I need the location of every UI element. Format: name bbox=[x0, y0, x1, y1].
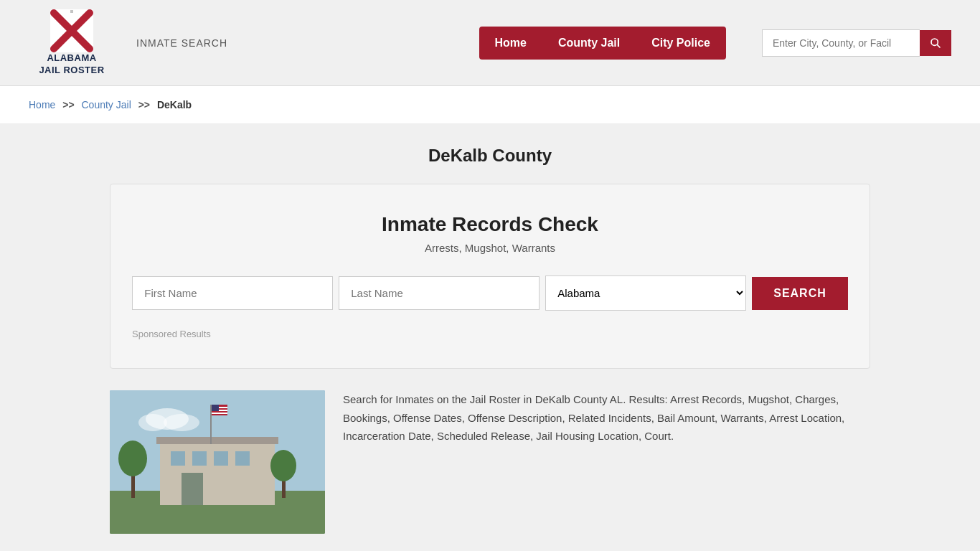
svg-rect-17 bbox=[182, 473, 203, 505]
svg-line-6 bbox=[937, 44, 940, 47]
svg-rect-16 bbox=[235, 451, 250, 466]
logo-line2: JAIL ROSTER bbox=[39, 65, 104, 75]
logo-text: ALABAMA JAIL ROSTER bbox=[39, 52, 104, 77]
svg-rect-14 bbox=[192, 451, 207, 466]
site-header: ALABAMA JAIL ROSTER INMATE SEARCH Home C… bbox=[0, 0, 980, 86]
inmate-search-button[interactable]: SEARCH bbox=[752, 277, 848, 310]
records-check-box: Inmate Records Check Arrests, Mugshot, W… bbox=[110, 184, 870, 369]
logo-line1: ALABAMA bbox=[47, 52, 96, 63]
svg-rect-23 bbox=[212, 413, 227, 414]
breadcrumb-sep2: >> bbox=[138, 99, 150, 110]
svg-rect-19 bbox=[210, 405, 212, 444]
bottom-section: Search for Inmates on the Jail Roster in… bbox=[110, 390, 870, 534]
nav-county-jail-button[interactable]: County Jail bbox=[542, 27, 636, 60]
description-text: Search for Inmates on the Jail Roster in… bbox=[343, 390, 870, 446]
svg-point-26 bbox=[118, 441, 147, 476]
last-name-input[interactable] bbox=[339, 276, 540, 310]
state-select[interactable]: Alabama Alaska Arizona Arkansas Californ… bbox=[545, 276, 746, 311]
svg-rect-24 bbox=[212, 405, 219, 411]
header-search-area bbox=[762, 29, 951, 57]
breadcrumb-home-link[interactable]: Home bbox=[29, 99, 55, 110]
jail-image bbox=[110, 390, 325, 534]
svg-point-9 bbox=[138, 414, 167, 431]
logo-icon bbox=[50, 9, 93, 52]
header-search-input[interactable] bbox=[762, 29, 920, 57]
nav-home-button[interactable]: Home bbox=[479, 27, 542, 60]
first-name-input[interactable] bbox=[132, 276, 333, 310]
jail-building-svg bbox=[110, 390, 325, 534]
header-search-button[interactable] bbox=[920, 30, 951, 56]
svg-rect-12 bbox=[160, 441, 275, 505]
nav-city-police-button[interactable]: City Police bbox=[636, 27, 726, 60]
sponsored-label: Sponsored Results bbox=[132, 329, 848, 339]
svg-rect-18 bbox=[156, 437, 278, 444]
svg-point-28 bbox=[270, 450, 296, 481]
main-content: DeKalb County Inmate Records Check Arres… bbox=[95, 146, 885, 534]
inmate-search-form: Alabama Alaska Arizona Arkansas Californ… bbox=[132, 276, 848, 311]
page-title: DeKalb County bbox=[110, 146, 870, 166]
logo-area: ALABAMA JAIL ROSTER bbox=[29, 9, 115, 77]
records-check-subtitle: Arrests, Mugshot, Warrants bbox=[132, 242, 848, 254]
breadcrumb: Home >> County Jail >> DeKalb bbox=[0, 86, 980, 124]
breadcrumb-sep1: >> bbox=[62, 99, 74, 110]
breadcrumb-county-jail-link[interactable]: County Jail bbox=[82, 99, 131, 110]
inmate-search-label: INMATE SEARCH bbox=[136, 37, 227, 49]
breadcrumb-current: DeKalb bbox=[157, 99, 192, 110]
search-icon bbox=[930, 37, 941, 49]
records-check-title: Inmate Records Check bbox=[132, 213, 848, 236]
svg-rect-13 bbox=[171, 451, 185, 466]
svg-point-10 bbox=[164, 414, 199, 431]
main-nav: Home County Jail City Police bbox=[479, 27, 727, 60]
svg-rect-15 bbox=[214, 451, 228, 466]
